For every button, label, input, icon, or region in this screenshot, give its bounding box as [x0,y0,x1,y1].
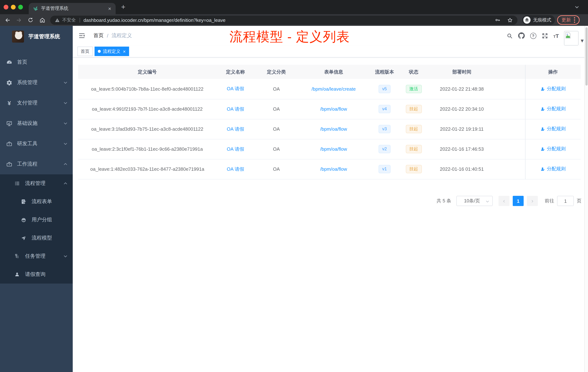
definition-name-link[interactable]: OA 请假 [227,166,244,172]
version-badge[interactable]: v3 [378,125,390,133]
chevron-up-icon [63,181,68,186]
tab-search-chevron-icon[interactable] [575,5,579,10]
version-badge[interactable]: v1 [378,165,390,173]
update-button[interactable]: 更新 [557,15,580,25]
annotation-title: 流程模型 - 定义列表 [230,28,350,46]
flow-branch-icon [14,253,20,259]
sidebar-collapse-icon[interactable] [78,32,85,39]
macos-close-button[interactable] [4,5,8,10]
assign-rule-button[interactable]: 分配规则 [540,146,566,152]
update-label[interactable]: 更新 [561,17,571,23]
sidebar-item-leave-query[interactable]: 请假查询 [0,265,73,284]
definition-name-link[interactable]: OA 请假 [227,146,244,152]
chevron-down-icon [63,121,68,126]
sidebar-item-workflow[interactable]: 工作流程 [0,154,73,174]
form-link[interactable]: /bpm/oa/flow [320,146,347,152]
form-link[interactable]: /bpm/oa/leave/create [312,86,356,92]
cell-definition-id: oa_leave:2:3c1f0ef1-76b1-11ec-9c66-a2380… [78,139,216,159]
assign-rule-button[interactable]: 分配规则 [540,166,566,172]
reload-icon[interactable] [25,15,36,25]
tag-label: 首页 [81,48,89,55]
yen-icon: ¥ [6,100,12,106]
page-content: 定义编号 定义名称 定义分类 表单信息 流程版本 状态 部署时间 操作 [73,65,588,372]
help-icon[interactable]: ? [530,33,536,39]
avatar[interactable] [564,31,578,45]
table-row: oa_leave:2:3c1f0ef1-76b1-11ec-9c66-a2380… [78,139,581,159]
breadcrumb-home[interactable]: 首页 [94,33,104,39]
app-logo[interactable]: 芋道管理系统 [0,26,73,47]
version-badge[interactable]: v4 [378,105,390,113]
prev-page-button[interactable]: ‹ [499,196,509,206]
sidebar-item-task-management[interactable]: 任务管理 [0,247,73,265]
definition-name-link[interactable]: OA 请假 [227,86,244,92]
dashboard-gauge-icon [6,59,12,65]
table-row: oa_leave:4:991f2193-7b7f-11ec-a3c8-acde4… [78,99,581,119]
sidebar-item-system[interactable]: 系统管理 [0,72,73,93]
table-filler-cell [496,119,525,139]
form-link[interactable]: /bpm/oa/flow [320,126,347,132]
tag-process-definition-active[interactable]: 流程定义 × [94,47,129,56]
key-icon[interactable] [494,17,500,23]
version-badge[interactable]: v2 [378,145,390,153]
sidebar-item-user-group[interactable]: 用户分组 [0,211,73,229]
column-header-deploy-time: 部署时间 [427,65,496,79]
next-page-button[interactable]: › [527,196,538,206]
home-icon[interactable] [36,15,48,25]
sidebar-item-devtools[interactable]: 研发工具 [0,134,73,154]
definition-name-link[interactable]: OA 请假 [227,126,244,131]
new-tab-button[interactable]: + [119,2,128,11]
app-root: 芋道管理系统 首页 系统管理 ¥ [0,26,588,372]
table-filler-cell [496,139,525,159]
macos-minimize-button[interactable] [11,5,16,10]
definition-name-link[interactable]: OA 请假 [227,106,244,111]
definition-table: 定义编号 定义名称 定义分类 表单信息 流程版本 状态 部署时间 操作 [78,65,581,179]
status-badge: 激活 [406,85,422,93]
sidebar-item-payment[interactable]: ¥ 支付管理 [0,93,73,113]
goto-label: 前往 [545,198,554,204]
table-filler-cell [496,159,525,179]
browser-tab[interactable]: 芋道管理系统 × [29,3,116,14]
page-size-select[interactable]: 10条/页 [456,196,493,206]
navbar-actions: ? TT ▾ [501,26,584,45]
back-icon[interactable] [1,15,13,25]
assign-rule-button[interactable]: 分配规则 [540,126,566,132]
monitor-check-icon [6,120,12,127]
text-size-icon[interactable]: TT [553,33,559,39]
column-header-status: 状态 [400,65,427,79]
sidebar-item-process-model[interactable]: 流程模型 [0,229,73,247]
favicon-leaf-icon [33,6,38,11]
sidebar-item-label: 首页 [17,59,27,66]
url-bar[interactable]: 不安全 dashboard.yudao.iocoder.cn/bpm/manag… [50,15,517,25]
tab-close-icon[interactable]: × [108,6,111,11]
tag-close-icon[interactable]: × [123,49,126,54]
tag-home[interactable]: 首页 [77,47,93,56]
macos-zoom-button[interactable] [18,5,23,10]
incognito-badge: 无痕模式 [522,15,555,25]
sidebar-item-process-form[interactable]: 流程表单 [0,193,73,211]
search-icon[interactable] [506,33,513,39]
sidebar-item-infrastructure[interactable]: 基础设施 [0,113,73,134]
assign-rule-button[interactable]: 分配规则 [540,106,566,112]
tags-view-bar: 首页 流程定义 × [73,45,588,57]
security-label[interactable]: 不安全 [62,17,76,23]
form-link[interactable]: /bpm/oa/flow [320,166,347,172]
url-text[interactable]: dashboard.yudao.iocoder.cn/bpm/manager/d… [84,17,225,23]
sidebar-item-process-management[interactable]: 流程管理 [0,174,73,193]
assign-rule-button[interactable]: 分配规则 [540,86,566,92]
avatar-dropdown-caret-icon[interactable]: ▾ [581,37,584,44]
current-page-button[interactable]: 1 [513,196,524,206]
version-badge[interactable]: v5 [378,85,390,93]
gear-icon [6,79,12,86]
column-header-category: 定义分类 [254,65,298,79]
browser-menu-dots-icon[interactable] [574,17,575,23]
page-scrollbar[interactable] [584,26,588,372]
page-size-value: 10条/页 [464,198,480,204]
goto-page-input[interactable] [557,196,574,206]
forward-icon[interactable] [13,15,25,25]
bookmark-star-icon[interactable] [507,17,513,23]
sidebar-item-home[interactable]: 首页 [0,52,73,72]
github-icon[interactable] [518,33,525,39]
fullscreen-icon[interactable] [542,33,548,39]
scrollbar-thumb[interactable] [586,27,588,86]
form-link[interactable]: /bpm/oa/flow [320,106,347,112]
